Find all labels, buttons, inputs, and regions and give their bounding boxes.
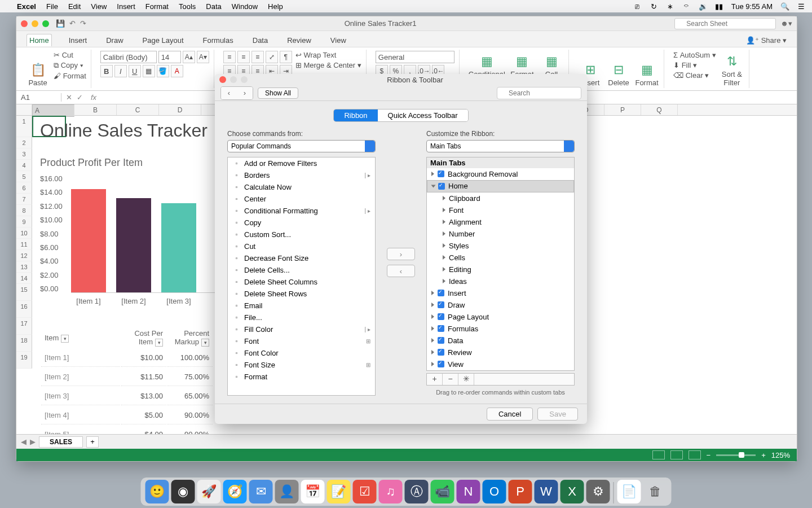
- dock-reminders-icon[interactable]: ☑: [353, 480, 377, 503]
- tab-pagelayout[interactable]: Page Layout: [140, 34, 186, 46]
- tab-draw[interactable]: Draw: [104, 34, 125, 46]
- command-item[interactable]: ▫Borders| ▸: [228, 169, 375, 181]
- tree-subitem[interactable]: Alignment: [427, 216, 574, 228]
- format-cells-button[interactable]: ▦Format: [634, 51, 659, 87]
- zoom-slider[interactable]: [716, 454, 756, 456]
- sheet-tab-sales[interactable]: SALES: [39, 436, 83, 448]
- tab-review[interactable]: Review: [285, 34, 314, 46]
- dock-mail-icon[interactable]: ✉: [249, 480, 273, 503]
- dock-notes-icon[interactable]: 📝: [327, 480, 351, 503]
- row-head[interactable]: 15: [16, 284, 32, 301]
- search-sheet-input[interactable]: [674, 18, 776, 29]
- table-row[interactable]: [Item 2]$11.5075.00%: [41, 368, 213, 386]
- share-button[interactable]: 👤⁺ Share ▾: [746, 36, 787, 45]
- remove-tab-button[interactable]: −: [443, 374, 458, 385]
- fill-color-button[interactable]: 🪣: [157, 65, 169, 77]
- dock-finder-icon[interactable]: 🙂: [145, 480, 169, 503]
- dock-calendar-icon[interactable]: 📅: [301, 480, 325, 503]
- row-head[interactable]: 7: [16, 194, 32, 205]
- add-sheet-button[interactable]: +: [86, 436, 99, 448]
- col-head[interactable]: A: [32, 104, 74, 117]
- dialog-close-button[interactable]: [219, 76, 226, 83]
- command-item[interactable]: ▫Custom Sort...: [228, 229, 375, 240]
- command-item[interactable]: ▫Font⊞: [228, 335, 375, 347]
- user-menu-icon[interactable]: ☻▾: [780, 19, 792, 28]
- dock-safari-icon[interactable]: 🧭: [223, 480, 247, 503]
- delete-cells-button[interactable]: ⊟Delete: [606, 51, 631, 87]
- zoom-level[interactable]: 125%: [771, 451, 790, 459]
- dock-settings-icon[interactable]: ⚙: [586, 480, 610, 503]
- tree-item-home[interactable]: Home: [427, 180, 574, 192]
- commands-from-select[interactable]: Popular Commands: [227, 140, 376, 152]
- spotlight-icon[interactable]: 🔍: [780, 2, 789, 11]
- view-break-icon[interactable]: [689, 450, 701, 459]
- font-name-select[interactable]: Calibri (Body): [100, 51, 157, 63]
- increase-font-icon[interactable]: A▴: [183, 51, 195, 63]
- bluetooth-icon[interactable]: ∗: [666, 2, 674, 11]
- dock-word-icon[interactable]: W: [535, 480, 558, 503]
- dock-music-icon[interactable]: ♫: [379, 480, 403, 503]
- dock-outlook-icon[interactable]: O: [483, 480, 506, 503]
- forward-button[interactable]: ›: [237, 87, 253, 99]
- name-box[interactable]: A1: [16, 93, 61, 102]
- menu-insert[interactable]: Insert: [117, 2, 135, 11]
- seg-tab-qat[interactable]: Quick Access Toolbar: [378, 110, 468, 121]
- dock-siri-icon[interactable]: ◉: [171, 480, 195, 503]
- merge-center-button[interactable]: ⊞ Merge & Center ▾: [295, 61, 361, 69]
- clear-button[interactable]: ⌫ Clear ▾: [673, 71, 716, 80]
- font-color-button[interactable]: A: [171, 65, 183, 77]
- remove-command-button[interactable]: ‹: [387, 265, 415, 277]
- filter-icon[interactable]: ▾: [155, 339, 163, 347]
- volume-icon[interactable]: 🔉: [699, 2, 707, 11]
- save-icon[interactable]: 💾: [56, 19, 65, 28]
- cut-button[interactable]: ✂ Cut: [54, 51, 86, 59]
- command-item[interactable]: ▫Fill Color| ▸: [228, 323, 375, 335]
- command-item[interactable]: ▫Calculate Now: [228, 181, 375, 193]
- zoom-window-button[interactable]: [42, 20, 49, 27]
- row-head[interactable]: 3: [16, 148, 32, 160]
- command-item[interactable]: ▫File...: [228, 312, 375, 323]
- row-head[interactable]: 18: [16, 335, 32, 352]
- font-size-select[interactable]: 14: [158, 51, 181, 63]
- tree-subitem[interactable]: Ideas: [427, 275, 574, 287]
- menu-file[interactable]: File: [46, 2, 58, 11]
- add-tab-button[interactable]: +: [427, 374, 443, 385]
- autosum-button[interactable]: Σ AutoSum ▾: [673, 51, 716, 59]
- row-head[interactable]: 11: [16, 239, 32, 250]
- dock-powerpoint-icon[interactable]: P: [509, 480, 532, 503]
- align-bottom-icon[interactable]: ≡: [251, 51, 264, 63]
- row-head[interactable]: 19: [16, 352, 32, 369]
- close-window-button[interactable]: [21, 20, 28, 27]
- ribbon-tree[interactable]: Main Tabs Background Removal Home Clipbo…: [426, 157, 575, 371]
- row-head[interactable]: 16: [16, 301, 32, 318]
- align-top-icon[interactable]: ≡: [223, 51, 236, 63]
- dock-onenote-icon[interactable]: N: [457, 480, 480, 503]
- row-head[interactable]: 14: [16, 273, 32, 284]
- view-layout-icon[interactable]: [670, 450, 683, 459]
- underline-button[interactable]: U: [129, 65, 141, 77]
- dock-facetime-icon[interactable]: 📹: [431, 480, 454, 503]
- row-head[interactable]: 10: [16, 227, 32, 239]
- row-head[interactable]: 13: [16, 261, 32, 273]
- sheet-prev-icon[interactable]: ◀: [21, 437, 27, 446]
- dock-appstore-icon[interactable]: Ⓐ: [405, 480, 429, 503]
- command-item[interactable]: ▫Font Color: [228, 347, 375, 359]
- settings-tab-button[interactable]: ✳: [458, 374, 474, 385]
- menu-view[interactable]: View: [91, 2, 107, 11]
- row-head[interactable]: 5: [16, 171, 32, 182]
- tab-formulas[interactable]: Formulas: [201, 34, 236, 46]
- menu-tools[interactable]: Tools: [179, 2, 196, 11]
- col-head[interactable]: Q: [641, 104, 678, 115]
- app-name[interactable]: Excel: [17, 2, 36, 11]
- zoom-out-button[interactable]: −: [707, 451, 711, 459]
- align-middle-icon[interactable]: ≡: [237, 51, 250, 63]
- row-head[interactable]: 12: [16, 250, 32, 261]
- row-head[interactable]: 8: [16, 205, 32, 216]
- tree-item[interactable]: Data: [427, 335, 574, 347]
- battery-icon[interactable]: ▮▮: [715, 2, 723, 11]
- dock-trash-icon[interactable]: 🗑: [643, 480, 667, 503]
- command-item[interactable]: ▫Cut: [228, 240, 375, 252]
- wrap-icon[interactable]: ¶: [280, 51, 292, 63]
- dock-launchpad-icon[interactable]: 🚀: [197, 480, 221, 503]
- undo-icon[interactable]: ↶: [69, 19, 76, 28]
